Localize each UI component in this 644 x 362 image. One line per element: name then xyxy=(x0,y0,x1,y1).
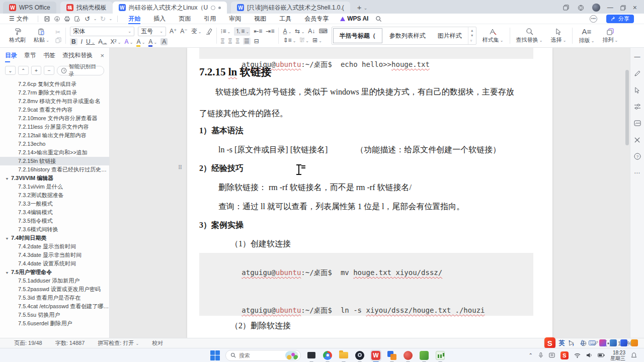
tray-microphone-icon[interactable] xyxy=(538,352,543,358)
file-explorer-app-icon[interactable] xyxy=(338,350,349,361)
typeset-button[interactable]: A≡ 排版 ⌄ xyxy=(577,27,596,44)
tray-ime-icon[interactable] xyxy=(549,352,555,358)
print-icon[interactable] xyxy=(63,15,71,22)
redo-icon[interactable]: ↻ xyxy=(99,15,107,22)
scrollbar-thumb[interactable] xyxy=(625,70,629,145)
font-color-button[interactable]: A ⌄ xyxy=(148,38,157,45)
ime-toolbox-icon[interactable] xyxy=(610,339,617,346)
style-bracket-title[interactable]: 半括号标题（ xyxy=(333,28,382,43)
minimize-button[interactable]: — xyxy=(607,4,613,11)
taskbar-search[interactable] xyxy=(225,350,301,361)
ime-skin-icon[interactable] xyxy=(599,339,606,346)
strikethrough-button[interactable]: A ⌄ xyxy=(99,38,107,45)
settings-sliders-icon[interactable] xyxy=(633,103,641,111)
outline-item[interactable]: 7.3.3一般模式 xyxy=(0,200,109,208)
tab-template-doc[interactable]: 稿 找稿壳模板 xyxy=(60,2,113,14)
menu-review[interactable]: 审阅 xyxy=(223,14,247,24)
ime-settings-icon[interactable] xyxy=(631,339,638,346)
chrome-app-icon[interactable] xyxy=(322,350,333,361)
close-button[interactable]: × xyxy=(633,4,637,12)
style-image[interactable]: 图片样式 xyxy=(432,27,468,44)
style-param-list[interactable]: 参数列表样式 xyxy=(383,27,432,44)
ime-keyboard-icon[interactable] xyxy=(589,340,596,345)
outline-item[interactable]: 7.2.16history 查看已经执行过历史命令 xyxy=(0,165,109,174)
chart-app-icon[interactable] xyxy=(435,350,446,361)
bullet-list-button[interactable]: ⁝≡ ⌄ xyxy=(221,28,231,35)
media-app-icon[interactable] xyxy=(403,350,414,361)
search-highlight-image[interactable] xyxy=(285,351,298,360)
paragraph-drag-handle[interactable]: ⠿ xyxy=(178,164,181,171)
card-image-icon[interactable] xyxy=(633,119,641,127)
chevron-up-icon[interactable]: ▲ xyxy=(470,29,474,32)
word-count[interactable]: 字数: 14887 xyxy=(55,339,85,347)
undo-caret-icon[interactable]: ⌄ xyxy=(94,17,97,21)
outline-section[interactable]: ▼7.5用户管理命令 xyxy=(0,268,109,277)
outline-item[interactable]: 7.2.9cat 查看文件内容 xyxy=(0,106,109,114)
select-button[interactable]: 选择 ⌄ xyxy=(549,28,569,44)
hidden-icons-chevron[interactable]: ⌃ xyxy=(529,352,533,358)
pencil-icon[interactable] xyxy=(633,69,641,77)
wifi-icon[interactable] xyxy=(574,353,581,358)
outline-item[interactable]: 7.2.10more 文件内容分屏查看器 xyxy=(0,114,109,123)
more-options-icon[interactable]: ••• xyxy=(590,15,597,23)
shading-button[interactable]: ⛆ ⌄ xyxy=(299,37,309,44)
outline-item[interactable]: 7.2.11less 分屏显示文件内容 xyxy=(0,123,109,131)
text-wrap-button[interactable]: ⇆ ⌄ xyxy=(295,28,304,35)
tab-wps-home[interactable]: W WPS Office xyxy=(3,2,56,14)
font-size-select[interactable]: 五号 ⌄ xyxy=(138,27,166,36)
restore-button[interactable] xyxy=(620,5,626,11)
outline-item[interactable]: 7.4.3date 显示非当前时间 xyxy=(0,251,109,259)
menu-page[interactable]: 页面 xyxy=(173,14,196,24)
tab-find-replace[interactable]: 查找和替换 xyxy=(62,49,93,62)
copy-icon[interactable] xyxy=(55,37,61,43)
zoom-in-outline-button[interactable]: + xyxy=(31,66,42,75)
font-family-select[interactable]: 宋体 ⌄ xyxy=(70,27,134,36)
outline-item[interactable]: 7.3.4编辑模式 xyxy=(0,208,109,217)
save-icon[interactable] xyxy=(43,15,51,22)
search-icon[interactable] xyxy=(374,15,382,22)
tab-toc[interactable]: 目录 xyxy=(5,49,17,62)
user-avatar[interactable] xyxy=(592,4,600,12)
outline-item[interactable]: 7.5.5su 切换用户 xyxy=(0,311,109,319)
sogou-logo[interactable]: S xyxy=(544,337,555,348)
notifications-bell-icon[interactable] xyxy=(631,352,637,358)
decrease-font-button[interactable]: A⁻ xyxy=(180,28,187,35)
border-button[interactable]: ⊞ ⌄ xyxy=(312,37,322,44)
ruler-icon[interactable]: ⌨ xyxy=(318,28,327,35)
char-shading-button[interactable]: A xyxy=(160,38,168,45)
outline-item[interactable]: 7.2.13echo xyxy=(0,140,109,148)
select-cursor-icon[interactable] xyxy=(633,86,641,94)
outline-item[interactable]: 7.3.5指令模式 xyxy=(0,217,109,225)
collapse-triangle-icon[interactable]: ▼ xyxy=(5,175,9,182)
tools-icon[interactable] xyxy=(633,136,641,144)
align-right-icon[interactable]: Ξ xyxy=(235,38,239,45)
style-set-button[interactable]: 样式集 ⌄ xyxy=(480,28,506,44)
help-icon[interactable]: ? xyxy=(633,152,641,160)
close-sidebar-icon[interactable]: × xyxy=(100,52,104,59)
sort-icon[interactable]: A↓ xyxy=(308,28,315,35)
arrange-button[interactable]: 排列 ⌄ xyxy=(600,28,620,44)
print-preview-icon[interactable] xyxy=(73,15,82,22)
outline-item[interactable]: 7.4.2date 显示当前时间 xyxy=(0,242,109,251)
align-left-icon[interactable]: Ξ xyxy=(221,38,225,45)
document-page[interactable]: atguigu@ubuntu:~/桌面$ echo hello>>houge.t… xyxy=(187,48,552,338)
undo-icon[interactable]: ↺ xyxy=(84,15,92,22)
menu-view[interactable]: 视图 xyxy=(249,14,272,24)
outline-item[interactable]: 7.5.1adduser 添加新用户 xyxy=(0,277,109,285)
outline-item[interactable]: 7.2.14>输出重定向和>>追加 xyxy=(0,148,109,157)
office-suite-app-icon[interactable] xyxy=(386,350,397,361)
sogou-tray-icon[interactable]: S xyxy=(560,351,569,359)
ime-punctuation-toggle[interactable]: ’， xyxy=(569,339,576,347)
proofread-button[interactable]: 校对 xyxy=(152,339,163,347)
vertical-scrollbar[interactable] xyxy=(625,50,629,331)
tab-chapters[interactable]: 章节 xyxy=(24,49,36,62)
tab-shell-doc[interactable]: W [只读]尚硅谷嵌入式技术之Shell.1.0.( xyxy=(231,2,350,14)
collapse-rail-icon[interactable]: — xyxy=(633,53,641,61)
menu-home[interactable]: 开始 xyxy=(123,14,146,24)
file-menu[interactable]: ☰ 文件 xyxy=(5,15,33,23)
find-replace-button[interactable]: 查找替换 ⌄ xyxy=(514,28,545,44)
increase-font-button[interactable]: A⁺ xyxy=(170,28,177,35)
outline-section[interactable]: ▼7.3VI/VIM 编辑器 xyxy=(0,174,109,183)
menu-tools[interactable]: 工具 xyxy=(274,14,297,24)
globe-icon[interactable] xyxy=(577,4,585,11)
